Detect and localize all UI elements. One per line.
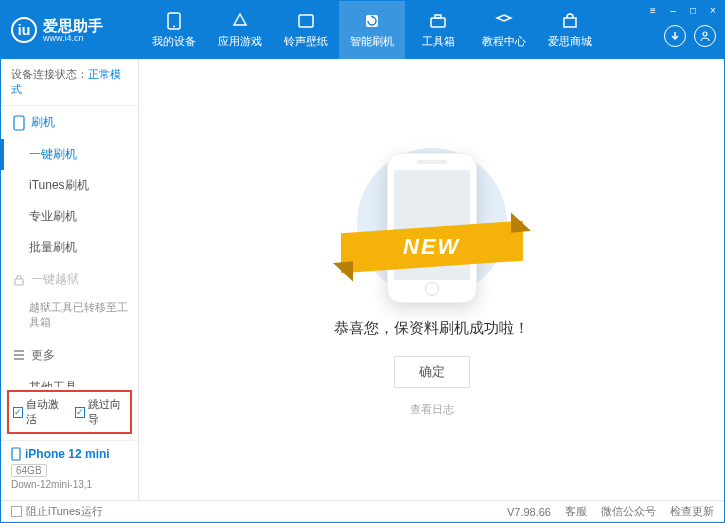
tutorial-icon: [495, 12, 513, 30]
sidebar-group-more[interactable]: 更多: [1, 339, 138, 372]
checkbox-block-itunes[interactable]: [11, 506, 22, 517]
checkbox-auto-activate[interactable]: ✓自动激活: [13, 397, 65, 427]
window-controls: ≡ – □ ×: [646, 3, 720, 17]
success-message: 恭喜您，保资料刷机成功啦！: [334, 319, 529, 338]
svg-rect-5: [435, 15, 441, 18]
device-name: iPhone 12 mini: [11, 447, 128, 461]
nav-my-device[interactable]: 我的设备: [141, 1, 207, 59]
svg-rect-2: [299, 15, 313, 27]
title-bar: iu 爱思助手 www.i4.cn 我的设备 应用游戏 铃声壁纸 智能刷机 工具…: [1, 1, 724, 59]
group-label: 刷机: [31, 114, 55, 131]
flash-icon: [363, 12, 381, 30]
status-bar: 阻止iTunes运行 V7.98.66 客服 微信公众号 检查更新: [1, 500, 724, 522]
device-meta: Down-12mini-13,1: [11, 479, 128, 490]
cb-label: 自动激活: [26, 397, 65, 427]
nav-label: 我的设备: [152, 34, 196, 49]
svg-point-1: [173, 25, 175, 27]
group-label: 更多: [31, 347, 55, 364]
nav-label: 爱思商城: [548, 34, 592, 49]
jailbreak-note: 越狱工具已转移至工具箱: [1, 296, 138, 339]
svg-point-7: [703, 32, 707, 36]
close-button[interactable]: ×: [706, 3, 720, 17]
sidebar-item-itunes-flash[interactable]: iTunes刷机: [1, 170, 138, 201]
menu-button[interactable]: ≡: [646, 3, 660, 17]
footer-label: 阻止iTunes运行: [26, 504, 103, 519]
nav-tutorial[interactable]: 教程中心: [471, 1, 537, 59]
phone-icon: [13, 115, 25, 131]
version-text: V7.98.66: [507, 506, 551, 518]
sidebar-item-pro-flash[interactable]: 专业刷机: [1, 201, 138, 232]
checkbox-skip-guide[interactable]: ✓跳过向导: [75, 397, 127, 427]
sidebar-item-oneclick-flash[interactable]: 一键刷机: [1, 139, 138, 170]
ok-button[interactable]: 确定: [394, 356, 470, 388]
maximize-button[interactable]: □: [686, 3, 700, 17]
svg-rect-6: [564, 18, 576, 27]
menu-icon: [13, 350, 25, 360]
conn-label: 设备连接状态：: [11, 68, 88, 80]
toolbox-icon: [429, 12, 447, 30]
nav-label: 应用游戏: [218, 34, 262, 49]
svg-rect-10: [12, 448, 20, 460]
main-content: NEW 恭喜您，保资料刷机成功啦！ 确定 查看日志: [139, 59, 724, 500]
nav-smart-flash[interactable]: 智能刷机: [339, 1, 405, 59]
nav-apps[interactable]: 应用游戏: [207, 1, 273, 59]
app-site: www.i4.cn: [43, 33, 103, 43]
svg-rect-4: [431, 18, 445, 27]
footer-update[interactable]: 检查更新: [670, 504, 714, 519]
nav-label: 工具箱: [422, 34, 455, 49]
view-log-link[interactable]: 查看日志: [410, 402, 454, 417]
nav-ringtone[interactable]: 铃声壁纸: [273, 1, 339, 59]
download-button[interactable]: [664, 25, 686, 47]
group-label: 一键越狱: [31, 271, 79, 288]
wallpaper-icon: [297, 12, 315, 30]
minimize-button[interactable]: –: [666, 3, 680, 17]
header-actions: [664, 25, 716, 47]
svg-rect-8: [14, 116, 24, 130]
user-button[interactable]: [694, 25, 716, 47]
sidebar-item-batch-flash[interactable]: 批量刷机: [1, 232, 138, 263]
footer-wechat[interactable]: 微信公众号: [601, 504, 656, 519]
app-name: 爱思助手: [43, 18, 103, 33]
success-illustration: NEW: [347, 143, 517, 303]
new-ribbon: NEW: [341, 220, 523, 273]
top-nav: 我的设备 应用游戏 铃声壁纸 智能刷机 工具箱 教程中心 爱思商城: [141, 1, 724, 59]
logo: iu 爱思助手 www.i4.cn: [1, 17, 141, 43]
nav-label: 智能刷机: [350, 34, 394, 49]
device-capacity: 64GB: [11, 464, 47, 477]
sidebar: 设备连接状态：正常模式 刷机 一键刷机 iTunes刷机 专业刷机 批量刷机 一…: [1, 59, 139, 500]
sidebar-group-jailbreak: 一键越狱: [1, 263, 138, 296]
option-checkboxes: ✓自动激活 ✓跳过向导: [7, 390, 132, 434]
phone-icon: [11, 447, 21, 461]
connection-status: 设备连接状态：正常模式: [1, 59, 138, 106]
sidebar-item-other-tools[interactable]: 其他工具: [1, 372, 138, 387]
svg-rect-9: [15, 279, 23, 285]
lock-icon: [13, 274, 25, 286]
footer-service[interactable]: 客服: [565, 504, 587, 519]
phone-icon: [165, 12, 183, 30]
logo-icon: iu: [11, 17, 37, 43]
nav-label: 教程中心: [482, 34, 526, 49]
apps-icon: [231, 12, 249, 30]
sidebar-group-flash[interactable]: 刷机: [1, 106, 138, 139]
store-icon: [561, 12, 579, 30]
device-info[interactable]: iPhone 12 mini 64GB Down-12mini-13,1: [1, 440, 138, 500]
nav-toolbox[interactable]: 工具箱: [405, 1, 471, 59]
nav-label: 铃声壁纸: [284, 34, 328, 49]
cb-label: 跳过向导: [88, 397, 127, 427]
nav-store[interactable]: 爱思商城: [537, 1, 603, 59]
